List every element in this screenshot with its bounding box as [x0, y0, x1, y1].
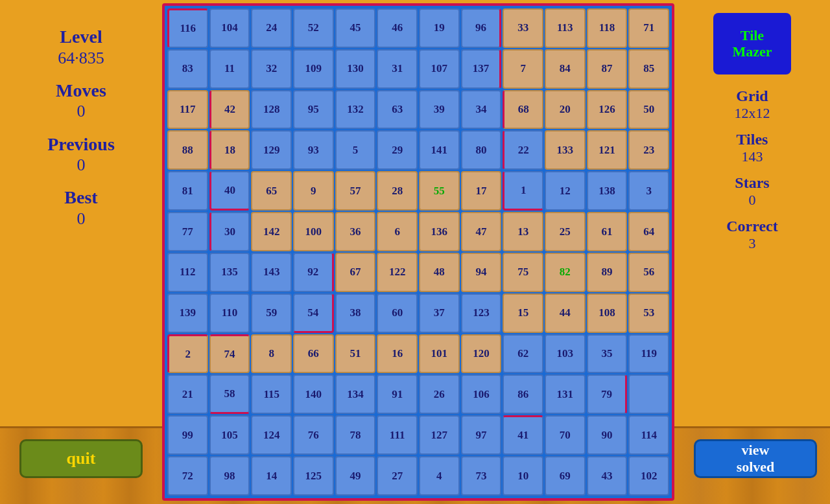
tile[interactable]: 29 [377, 130, 418, 170]
tile[interactable]: 133 [545, 130, 586, 170]
tile[interactable]: 134 [335, 374, 376, 414]
tile[interactable]: 94 [461, 253, 502, 292]
tile[interactable] [628, 374, 669, 414]
tile[interactable]: 55 [419, 171, 460, 211]
tile[interactable]: 67 [335, 253, 376, 292]
tile[interactable]: 14 [251, 456, 292, 496]
tile[interactable]: 54 [293, 293, 334, 333]
tile[interactable]: 31 [377, 49, 418, 89]
tile[interactable]: 118 [587, 8, 628, 48]
tile[interactable]: 5 [335, 130, 376, 170]
tile[interactable]: 66 [293, 334, 334, 374]
tile[interactable]: 127 [419, 415, 460, 455]
tile[interactable]: 36 [335, 212, 376, 251]
tile[interactable]: 4 [419, 456, 460, 496]
tile[interactable]: 137 [461, 49, 502, 89]
tile[interactable]: 15 [503, 293, 543, 333]
tile[interactable]: 51 [335, 334, 376, 374]
tile[interactable]: 73 [461, 456, 502, 496]
tile[interactable]: 17 [461, 171, 502, 211]
tile[interactable]: 3 [628, 171, 669, 211]
tile[interactable]: 96 [461, 8, 502, 48]
tile[interactable]: 81 [167, 171, 208, 211]
tile[interactable]: 95 [293, 90, 334, 130]
tile[interactable]: 130 [335, 49, 376, 89]
tile[interactable]: 61 [587, 212, 628, 251]
tile[interactable]: 35 [587, 334, 628, 374]
tile[interactable]: 83 [167, 49, 208, 89]
tile[interactable]: 93 [293, 130, 334, 170]
tile[interactable]: 59 [251, 293, 292, 333]
tile[interactable]: 53 [628, 293, 669, 333]
tile[interactable]: 22 [503, 130, 543, 170]
tile[interactable]: 124 [251, 415, 292, 455]
tile[interactable]: 113 [545, 8, 586, 48]
tile[interactable]: 92 [293, 253, 334, 292]
tile[interactable]: 119 [628, 334, 669, 374]
tile[interactable]: 85 [628, 49, 669, 89]
tile[interactable]: 57 [335, 171, 376, 211]
tile[interactable]: 1 [503, 171, 543, 211]
tile[interactable]: 42 [209, 90, 250, 130]
tile[interactable]: 60 [377, 293, 418, 333]
tile[interactable]: 104 [209, 8, 250, 48]
tile[interactable]: 65 [251, 171, 292, 211]
tile[interactable]: 86 [503, 374, 543, 414]
tile[interactable]: 21 [167, 374, 208, 414]
tile[interactable]: 97 [461, 415, 502, 455]
tile[interactable]: 109 [293, 49, 334, 89]
tile[interactable]: 39 [419, 90, 460, 130]
tile[interactable]: 80 [461, 130, 502, 170]
tile[interactable]: 64 [628, 212, 669, 251]
tile[interactable]: 100 [293, 212, 334, 251]
tile[interactable]: 125 [293, 456, 334, 496]
tile[interactable]: 49 [335, 456, 376, 496]
tile[interactable]: 68 [503, 90, 543, 130]
tile[interactable]: 108 [587, 293, 628, 333]
tile[interactable]: 79 [587, 374, 628, 414]
tile[interactable]: 72 [167, 456, 208, 496]
tile[interactable]: 101 [419, 334, 460, 374]
tile[interactable]: 41 [503, 415, 543, 455]
tile[interactable]: 8 [251, 334, 292, 374]
tile[interactable]: 84 [545, 49, 586, 89]
tile[interactable]: 117 [167, 90, 208, 130]
tile[interactable]: 143 [251, 253, 292, 292]
tile[interactable]: 6 [377, 212, 418, 251]
tile[interactable]: 88 [167, 130, 208, 170]
tile[interactable]: 78 [335, 415, 376, 455]
tile[interactable]: 19 [419, 8, 460, 48]
tile[interactable]: 123 [461, 293, 502, 333]
tile[interactable]: 25 [545, 212, 586, 251]
tile[interactable]: 58 [209, 374, 250, 414]
tile[interactable]: 98 [209, 456, 250, 496]
tile[interactable]: 77 [167, 212, 208, 251]
tile[interactable]: 103 [545, 334, 586, 374]
tile[interactable]: 87 [587, 49, 628, 89]
tile[interactable]: 121 [587, 130, 628, 170]
tile[interactable]: 48 [419, 253, 460, 292]
tile[interactable]: 128 [251, 90, 292, 130]
tile[interactable]: 139 [167, 293, 208, 333]
tile[interactable]: 56 [628, 253, 669, 292]
tile[interactable]: 142 [251, 212, 292, 251]
tile[interactable]: 16 [377, 334, 418, 374]
tile[interactable]: 136 [419, 212, 460, 251]
quit-button[interactable]: quit [19, 439, 143, 478]
tile[interactable]: 43 [587, 456, 628, 496]
tile[interactable]: 9 [293, 171, 334, 211]
tile[interactable]: 71 [628, 8, 669, 48]
tile[interactable]: 91 [377, 374, 418, 414]
tile[interactable]: 40 [209, 171, 250, 211]
tile[interactable]: 107 [419, 49, 460, 89]
tile[interactable]: 82 [545, 253, 586, 292]
tile[interactable]: 10 [503, 456, 543, 496]
tile[interactable]: 47 [461, 212, 502, 251]
tile[interactable]: 126 [587, 90, 628, 130]
tile[interactable]: 23 [628, 130, 669, 170]
tile[interactable]: 45 [335, 8, 376, 48]
tile[interactable]: 115 [251, 374, 292, 414]
tile[interactable]: 132 [335, 90, 376, 130]
tile[interactable]: 62 [503, 334, 543, 374]
tile[interactable]: 138 [587, 171, 628, 211]
